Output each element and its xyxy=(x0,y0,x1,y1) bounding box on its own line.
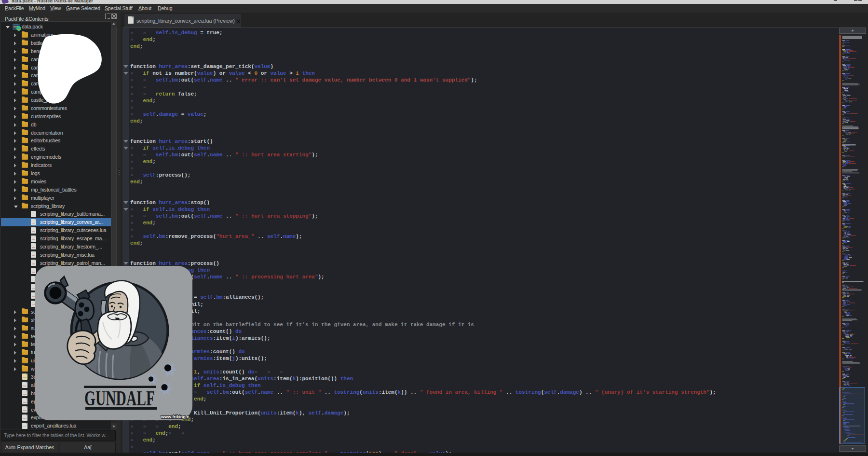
svg-text:www.friking.c: www.friking.c xyxy=(161,415,189,419)
svg-text:GUNDALF: GUNDALF xyxy=(84,387,155,410)
